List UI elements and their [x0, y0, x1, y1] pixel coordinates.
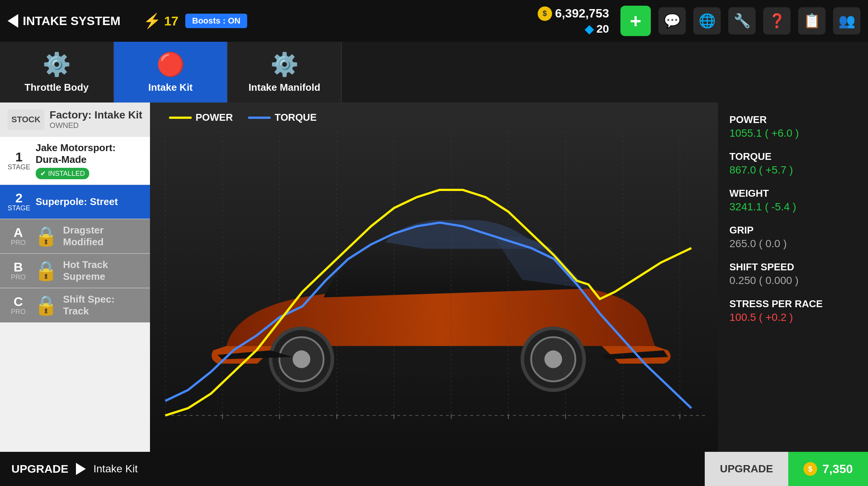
help-button[interactable]: ❓ — [763, 7, 791, 35]
grip-value: 265.0 ( 0.0 ) — [729, 238, 857, 250]
stage1-num: 1 — [15, 150, 22, 163]
check-icon: ✔ — [40, 169, 46, 178]
shift-speed-label: SHIFT SPEED — [729, 261, 857, 273]
stageb-name: Hot Track Supreme — [63, 259, 142, 282]
power-label: POWER — [729, 114, 857, 126]
intake-kit-label: Intake Kit — [148, 82, 193, 93]
bottom-right: UPGRADE $ 7,350 — [705, 452, 868, 486]
upgrade-item-stage2[interactable]: 2 STAGE Superpole: Street — [0, 185, 150, 219]
gem-icon: ◆ — [585, 22, 593, 36]
stage2-badge: 2 STAGE — [8, 191, 30, 212]
stagea-name: Dragster Modified — [63, 224, 142, 248]
upgrade-info-stock: Factory: Intake Kit OWNED — [50, 109, 142, 130]
stats-panel: POWER 1055.1 ( +6.0 ) TORQUE 867.0 ( +5.… — [718, 103, 868, 452]
header: INTAKE SYSTEM ⚡ 17 Boosts : ON $ 6,392,7… — [0, 0, 868, 42]
team-button[interactable]: 👥 — [833, 7, 860, 35]
upgrade-label: UPGRADE — [11, 462, 68, 475]
upgrade-item-stagea[interactable]: A PRO 🔒 Dragster Modified — [0, 219, 150, 254]
stageb-num: B — [14, 260, 23, 273]
stage2-num: 2 — [15, 191, 22, 204]
stress-value: 100.5 ( +0.2 ) — [729, 311, 857, 323]
stagec-label: PRO — [11, 308, 25, 316]
upgrade-info-stagea: Dragster Modified — [63, 224, 142, 248]
installed-label: INSTALLED — [48, 170, 85, 178]
page-title: INTAKE SYSTEM — [23, 14, 120, 28]
grip-label: GRIP — [729, 224, 857, 236]
chat-button[interactable]: 💬 — [658, 7, 686, 35]
stage1-name: Jake Motorsport: Dura-Made — [36, 142, 142, 166]
stagec-badge: C PRO — [8, 295, 29, 316]
stock-name: Factory: Intake Kit — [50, 109, 142, 121]
torque-value: 867.0 ( +5.7 ) — [729, 164, 857, 176]
price-coin-icon: $ — [803, 462, 817, 476]
intake-manifold-label: Intake Manifold — [248, 82, 320, 93]
upgrade-info-stage2: Superpole: Street — [36, 196, 142, 208]
lightning-icon: ⚡ — [143, 13, 161, 29]
gems-value: 20 — [597, 22, 609, 35]
upgrade-list: STOCK Factory: Intake Kit OWNED 1 STAGE … — [0, 103, 150, 452]
chart-svg — [150, 103, 718, 452]
boosts-badge[interactable]: Boosts : ON — [185, 14, 247, 28]
stage2-name: Superpole: Street — [36, 196, 142, 208]
upgrade-button[interactable]: UPGRADE — [705, 452, 788, 486]
installed-badge: ✔ INSTALLED — [36, 168, 90, 179]
upgrade-info-stagec: Shift Spec: Track — [63, 293, 142, 317]
stock-stage-col: STOCK — [8, 109, 44, 130]
stat-stress: STRESS PER RACE 100.5 ( +0.2 ) — [729, 298, 857, 323]
stat-weight: WEIGHT 3241.1 ( -5.4 ) — [729, 188, 857, 213]
upgrade-item-stageb[interactable]: B PRO 🔒 Hot Track Supreme — [0, 254, 150, 288]
tab-intake-kit[interactable]: 🔴 Intake Kit — [114, 42, 228, 103]
wrench-button[interactable]: 🔧 — [728, 7, 756, 35]
stress-label: STRESS PER RACE — [729, 298, 857, 310]
back-arrow-icon — [8, 14, 18, 28]
tab-throttle-body[interactable]: ⚙️ Throttle Body — [0, 42, 114, 103]
price-button[interactable]: $ 7,350 — [788, 452, 868, 486]
gems-display: ◆ 20 — [585, 22, 609, 36]
stageb-badge: B PRO — [8, 260, 29, 281]
bottom-left: UPGRADE Intake Kit — [0, 462, 705, 475]
currency-group: $ 6,392,753 ◆ 20 — [538, 6, 609, 36]
throttle-body-icon: ⚙️ — [43, 51, 71, 78]
weight-label: WEIGHT — [729, 188, 857, 199]
stagec-num: C — [14, 295, 23, 308]
shift-speed-value: 0.250 ( 0.000 ) — [729, 275, 857, 287]
add-currency-button[interactable]: + — [620, 6, 651, 36]
price-value: 7,350 — [822, 462, 853, 476]
car-view: POWER TORQUE — [150, 103, 718, 452]
intake-manifold-icon: ⚙️ — [270, 51, 299, 78]
stat-power: POWER 1055.1 ( +6.0 ) — [729, 114, 857, 139]
intake-kit-icon: 🔴 — [156, 51, 185, 78]
power-value: 1055.1 ( +6.0 ) — [729, 127, 857, 139]
stagea-badge: A PRO — [8, 226, 29, 247]
upgrade-item-label: Intake Kit — [93, 463, 138, 475]
lightning-count: 17 — [164, 14, 178, 28]
coins-value: 6,392,753 — [555, 6, 609, 21]
throttle-body-label: Throttle Body — [25, 82, 89, 93]
list-button[interactable]: 📋 — [798, 7, 825, 35]
stagec-name: Shift Spec: Track — [63, 293, 142, 317]
coins-display: $ 6,392,753 — [538, 6, 609, 21]
lock-icon-c: 🔒 — [34, 294, 58, 316]
weight-value: 3241.1 ( -5.4 ) — [729, 201, 857, 213]
stagea-num: A — [14, 226, 23, 239]
lightning-badge: ⚡ 17 Boosts : ON — [143, 13, 247, 29]
stat-grip: GRIP 265.0 ( 0.0 ) — [729, 224, 857, 250]
upgrade-item-stock[interactable]: STOCK Factory: Intake Kit OWNED — [0, 103, 150, 137]
back-button[interactable]: INTAKE SYSTEM — [8, 14, 120, 28]
header-right: $ 6,392,753 ◆ 20 + 💬 🌐 🔧 ❓ 📋 👥 — [538, 6, 860, 36]
stock-sub: OWNED — [50, 121, 142, 130]
stock-stage-label: STOCK — [11, 115, 41, 125]
stageb-label: PRO — [11, 273, 25, 281]
stat-shift-speed: SHIFT SPEED 0.250 ( 0.000 ) — [729, 261, 857, 287]
tab-intake-manifold[interactable]: ⚙️ Intake Manifold — [228, 42, 342, 103]
upgrade-info-stageb: Hot Track Supreme — [63, 259, 142, 282]
lock-icon-b: 🔒 — [34, 260, 58, 282]
globe-button[interactable]: 🌐 — [693, 7, 721, 35]
stage2-label: STAGE — [8, 204, 30, 212]
bottom-bar: UPGRADE Intake Kit UPGRADE $ 7,350 — [0, 452, 868, 486]
upgrade-item-stage1[interactable]: 1 STAGE Jake Motorsport: Dura-Made ✔ INS… — [0, 137, 150, 185]
stage1-badge: 1 STAGE — [8, 150, 30, 171]
lock-icon-a: 🔒 — [34, 225, 58, 247]
play-icon — [76, 463, 86, 475]
upgrade-item-stagec[interactable]: C PRO 🔒 Shift Spec: Track — [0, 288, 150, 323]
